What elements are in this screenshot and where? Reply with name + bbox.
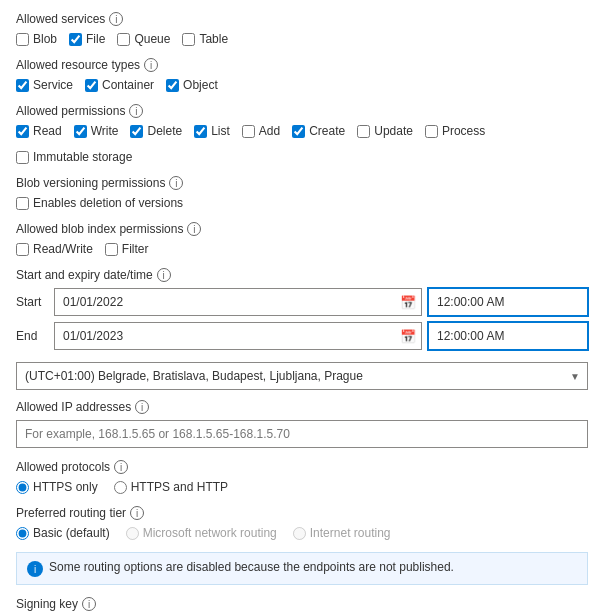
- list-checkbox-item[interactable]: List: [194, 124, 230, 138]
- routing-info-bar: i Some routing options are disabled beca…: [16, 552, 588, 585]
- container-checkbox-item[interactable]: Container: [85, 78, 154, 92]
- add-checkbox-item[interactable]: Add: [242, 124, 280, 138]
- end-time-input[interactable]: [428, 322, 588, 350]
- allowed-resource-types-section: Allowed resource types i Service Contain…: [16, 58, 588, 92]
- object-label: Object: [183, 78, 218, 92]
- object-checkbox[interactable]: [166, 79, 179, 92]
- immutable-checkbox[interactable]: [16, 151, 29, 164]
- end-label: End: [16, 329, 48, 343]
- readwrite-checkbox-item[interactable]: Read/Write: [16, 242, 93, 256]
- object-checkbox-item[interactable]: Object: [166, 78, 218, 92]
- microsoft-radio[interactable]: [126, 527, 139, 540]
- versioning-checkbox-item[interactable]: Enables deletion of versions: [16, 196, 183, 210]
- start-time-input[interactable]: [428, 288, 588, 316]
- update-label: Update: [374, 124, 413, 138]
- queue-label: Queue: [134, 32, 170, 46]
- container-label: Container: [102, 78, 154, 92]
- service-checkbox-item[interactable]: Service: [16, 78, 73, 92]
- create-checkbox-item[interactable]: Create: [292, 124, 345, 138]
- read-checkbox[interactable]: [16, 125, 29, 138]
- microsoft-radio-item[interactable]: Microsoft network routing: [126, 526, 277, 540]
- basic-radio[interactable]: [16, 527, 29, 540]
- allowed-resource-types-label: Allowed resource types i: [16, 58, 588, 72]
- blob-index-checkboxes: Read/Write Filter: [16, 242, 588, 256]
- update-checkbox[interactable]: [357, 125, 370, 138]
- allowed-ip-section: Allowed IP addresses i: [16, 400, 588, 448]
- httpshttp-radio-item[interactable]: HTTPS and HTTP: [114, 480, 228, 494]
- internet-radio-item[interactable]: Internet routing: [293, 526, 391, 540]
- internet-label: Internet routing: [310, 526, 391, 540]
- immutable-checkbox-item[interactable]: Immutable storage: [16, 150, 132, 164]
- internet-radio[interactable]: [293, 527, 306, 540]
- readwrite-checkbox[interactable]: [16, 243, 29, 256]
- microsoft-label: Microsoft network routing: [143, 526, 277, 540]
- httpshttp-label: HTTPS and HTTP: [131, 480, 228, 494]
- end-date-wrap: 📅: [54, 322, 422, 350]
- write-label: Write: [91, 124, 119, 138]
- container-checkbox[interactable]: [85, 79, 98, 92]
- blob-index-section: Allowed blob index permissions i Read/Wr…: [16, 222, 588, 256]
- start-expiry-info-icon[interactable]: i: [157, 268, 171, 282]
- allowed-ip-info-icon[interactable]: i: [135, 400, 149, 414]
- allowed-services-checkboxes: Blob File Queue Table: [16, 32, 588, 46]
- signing-key-section: Signing key i key1 key2 ▼: [16, 597, 588, 615]
- list-label: List: [211, 124, 230, 138]
- versioning-sublabel: Enables deletion of versions: [33, 196, 183, 210]
- blob-checkbox-item[interactable]: Blob: [16, 32, 57, 46]
- routing-tier-info-icon[interactable]: i: [130, 506, 144, 520]
- allowed-services-label: Allowed services i: [16, 12, 588, 26]
- end-date-input[interactable]: [54, 322, 422, 350]
- process-checkbox[interactable]: [425, 125, 438, 138]
- allowed-ip-input[interactable]: [16, 420, 588, 448]
- https-radio-item[interactable]: HTTPS only: [16, 480, 98, 494]
- add-checkbox[interactable]: [242, 125, 255, 138]
- process-checkbox-item[interactable]: Process: [425, 124, 485, 138]
- allowed-resource-types-info-icon[interactable]: i: [144, 58, 158, 72]
- table-checkbox[interactable]: [182, 33, 195, 46]
- readwrite-label: Read/Write: [33, 242, 93, 256]
- signing-key-label: Signing key i: [16, 597, 588, 611]
- delete-label: Delete: [147, 124, 182, 138]
- timezone-select[interactable]: (UTC+01:00) Belgrade, Bratislava, Budape…: [16, 362, 588, 390]
- allowed-protocols-radios: HTTPS only HTTPS and HTTP: [16, 480, 588, 494]
- read-checkbox-item[interactable]: Read: [16, 124, 62, 138]
- blob-versioning-info-icon[interactable]: i: [169, 176, 183, 190]
- create-checkbox[interactable]: [292, 125, 305, 138]
- file-checkbox[interactable]: [69, 33, 82, 46]
- start-date-row: Start 📅: [16, 288, 588, 316]
- filter-label: Filter: [122, 242, 149, 256]
- filter-checkbox-item[interactable]: Filter: [105, 242, 149, 256]
- file-checkbox-item[interactable]: File: [69, 32, 105, 46]
- signing-key-info-icon[interactable]: i: [82, 597, 96, 611]
- allowed-permissions-info-icon[interactable]: i: [129, 104, 143, 118]
- allowed-protocols-info-icon[interactable]: i: [114, 460, 128, 474]
- blob-checkbox[interactable]: [16, 33, 29, 46]
- process-label: Process: [442, 124, 485, 138]
- https-label: HTTPS only: [33, 480, 98, 494]
- create-label: Create: [309, 124, 345, 138]
- allowed-services-info-icon[interactable]: i: [109, 12, 123, 26]
- update-checkbox-item[interactable]: Update: [357, 124, 413, 138]
- delete-checkbox-item[interactable]: Delete: [130, 124, 182, 138]
- allowed-ip-label: Allowed IP addresses i: [16, 400, 588, 414]
- immutable-label: Immutable storage: [33, 150, 132, 164]
- httpshttp-radio[interactable]: [114, 481, 127, 494]
- write-checkbox[interactable]: [74, 125, 87, 138]
- list-checkbox[interactable]: [194, 125, 207, 138]
- queue-checkbox[interactable]: [117, 33, 130, 46]
- table-checkbox-item[interactable]: Table: [182, 32, 228, 46]
- start-date-input[interactable]: [54, 288, 422, 316]
- filter-checkbox[interactable]: [105, 243, 118, 256]
- blob-versioning-checkboxes: Enables deletion of versions: [16, 196, 588, 210]
- queue-checkbox-item[interactable]: Queue: [117, 32, 170, 46]
- https-radio[interactable]: [16, 481, 29, 494]
- blob-index-info-icon[interactable]: i: [187, 222, 201, 236]
- basic-radio-item[interactable]: Basic (default): [16, 526, 110, 540]
- routing-tier-label: Preferred routing tier i: [16, 506, 588, 520]
- delete-checkbox[interactable]: [130, 125, 143, 138]
- service-checkbox[interactable]: [16, 79, 29, 92]
- versioning-checkbox[interactable]: [16, 197, 29, 210]
- blob-index-label: Allowed blob index permissions i: [16, 222, 588, 236]
- write-checkbox-item[interactable]: Write: [74, 124, 119, 138]
- routing-info-text: Some routing options are disabled becaus…: [49, 560, 454, 574]
